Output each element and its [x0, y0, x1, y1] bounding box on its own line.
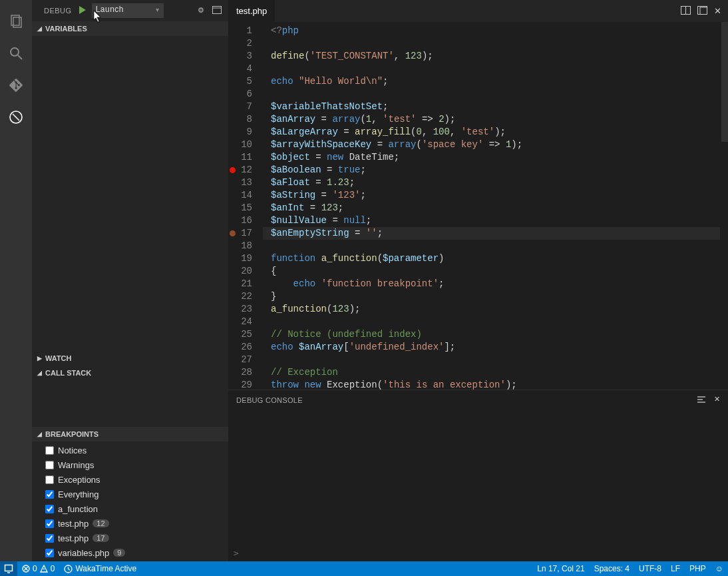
close-panel-icon[interactable]: ✕: [714, 395, 720, 406]
status-feedback-icon[interactable]: ☺: [711, 561, 728, 576]
code-line[interactable]: $variableThatsNotSet;: [263, 101, 720, 113]
code-line[interactable]: <?php: [263, 25, 720, 37]
status-eol[interactable]: LF: [666, 561, 685, 576]
explorer-icon[interactable]: [0, 5, 32, 37]
line-number[interactable]: 27: [228, 354, 263, 366]
status-language[interactable]: PHP: [685, 561, 711, 576]
debug-settings-icon[interactable]: ⚙: [198, 6, 205, 15]
clear-console-icon[interactable]: [697, 395, 706, 406]
code-line[interactable]: $anInt = 123;: [263, 202, 720, 214]
debug-console-input[interactable]: >: [228, 544, 728, 561]
breakpoint-checkbox[interactable]: [45, 519, 54, 528]
code-line[interactable]: }: [263, 290, 720, 303]
line-number[interactable]: 4: [228, 63, 263, 75]
line-number[interactable]: 8: [228, 113, 263, 126]
code-line[interactable]: $object = new DateTime;: [263, 151, 720, 164]
breakpoint-checkbox[interactable]: [45, 549, 54, 557]
breakpoint-dot-icon[interactable]: [230, 230, 236, 236]
breakpoint-item[interactable]: Notices: [32, 443, 228, 457]
callstack-section-header[interactable]: ◢ CALL STACK: [32, 366, 228, 380]
line-number[interactable]: 7: [228, 101, 263, 113]
breakpoint-dot-icon[interactable]: [230, 167, 236, 173]
code-line[interactable]: function a_function($parameter): [263, 252, 720, 265]
git-icon[interactable]: [0, 69, 32, 101]
line-number[interactable]: 28: [228, 366, 263, 379]
breakpoint-checkbox[interactable]: [45, 461, 54, 469]
breakpoint-checkbox[interactable]: [45, 490, 54, 499]
line-number[interactable]: 18: [228, 240, 263, 252]
line-number[interactable]: 29: [228, 379, 263, 390]
code-line[interactable]: [263, 354, 720, 366]
code-line[interactable]: $aFloat = 1.23;: [263, 176, 720, 189]
line-number[interactable]: 19: [228, 252, 263, 265]
minimap-viewport[interactable]: [721, 22, 728, 142]
code-line[interactable]: [263, 37, 720, 50]
status-encoding[interactable]: UTF-8: [634, 561, 666, 576]
code-line[interactable]: $aString = '123';: [263, 189, 720, 202]
line-number[interactable]: 6: [228, 88, 263, 101]
breakpoint-checkbox[interactable]: [45, 475, 54, 484]
breakpoint-item[interactable]: Everything: [32, 487, 228, 501]
code-line[interactable]: // Notice (undefined index): [263, 328, 720, 341]
variables-section-header[interactable]: ◢ VARIABLES: [32, 21, 228, 36]
line-number[interactable]: 26: [228, 341, 263, 354]
line-gutter[interactable]: 1234567891011121314151617181920212223242…: [228, 22, 263, 390]
code-content[interactable]: <?php define('TEST_CONSTANT', 123); echo…: [263, 22, 720, 390]
start-debug-button[interactable]: [79, 5, 88, 16]
search-icon[interactable]: [0, 37, 32, 69]
line-number[interactable]: 3: [228, 50, 263, 63]
code-line[interactable]: [263, 240, 720, 252]
breakpoint-item[interactable]: variables.php9: [32, 545, 228, 560]
code-line[interactable]: define('TEST_CONSTANT', 123);: [263, 50, 720, 63]
split-editor-icon[interactable]: [681, 6, 691, 17]
breakpoint-item[interactable]: Warnings: [32, 457, 228, 472]
line-number[interactable]: 23: [228, 303, 263, 316]
line-number[interactable]: 12: [228, 164, 263, 176]
line-number[interactable]: 14: [228, 189, 263, 202]
code-line[interactable]: throw new Exception('this is an exceptio…: [263, 379, 720, 390]
code-line[interactable]: $anEmptyString = '';: [263, 227, 720, 240]
code-line[interactable]: echo 'function breakpoint';: [263, 278, 720, 290]
watch-section-header[interactable]: ▶ WATCH: [32, 351, 228, 366]
code-line[interactable]: [263, 88, 720, 101]
code-line[interactable]: $aLargeArray = array_fill(0, 100, 'test'…: [263, 126, 720, 139]
tab-test-php[interactable]: test.php: [228, 0, 275, 22]
debug-console-toggle-icon[interactable]: [212, 6, 222, 15]
breakpoint-item[interactable]: Exceptions: [32, 472, 228, 487]
line-number[interactable]: 1: [228, 25, 263, 37]
launch-config-select[interactable]: Launch: [92, 3, 164, 18]
breakpoints-section-header[interactable]: ◢ BREAKPOINTS: [32, 427, 228, 441]
breakpoint-checkbox[interactable]: [45, 505, 54, 513]
status-remote-icon[interactable]: [0, 561, 17, 576]
line-number[interactable]: 24: [228, 316, 263, 328]
close-icon[interactable]: ✕: [714, 6, 721, 17]
line-number[interactable]: 25: [228, 328, 263, 341]
line-number[interactable]: 9: [228, 126, 263, 139]
breakpoint-item[interactable]: test.php12: [32, 516, 228, 531]
line-number[interactable]: 21: [228, 278, 263, 290]
line-number[interactable]: 13: [228, 176, 263, 189]
code-line[interactable]: $anArray = array(1, 'test' => 2);: [263, 113, 720, 126]
code-line[interactable]: [263, 63, 720, 75]
editor-body[interactable]: 1234567891011121314151617181920212223242…: [228, 22, 728, 390]
breakpoint-checkbox[interactable]: [45, 446, 54, 455]
line-number[interactable]: 17: [228, 227, 263, 240]
code-line[interactable]: // Exception: [263, 366, 720, 379]
code-line[interactable]: $nullValue = null;: [263, 214, 720, 227]
line-number[interactable]: 2: [228, 37, 263, 50]
status-spaces[interactable]: Spaces: 4: [590, 561, 634, 576]
line-number[interactable]: 10: [228, 139, 263, 151]
code-line[interactable]: echo $anArray['undefined_index'];: [263, 341, 720, 354]
code-line[interactable]: a_function(123);: [263, 303, 720, 316]
code-line[interactable]: $arrayWithSpaceKey = array('space key' =…: [263, 139, 720, 151]
debug-icon[interactable]: [0, 101, 32, 133]
breakpoint-checkbox[interactable]: [45, 534, 54, 543]
status-wakatime[interactable]: WakaTime Active: [59, 561, 141, 576]
line-number[interactable]: 20: [228, 265, 263, 278]
line-number[interactable]: 11: [228, 151, 263, 164]
minimap-scrollbar[interactable]: [720, 22, 728, 390]
more-actions-icon[interactable]: [697, 6, 707, 17]
code-line[interactable]: [263, 316, 720, 328]
code-line[interactable]: $aBoolean = true;: [263, 164, 720, 176]
status-ln-col[interactable]: Ln 17, Col 21: [532, 561, 589, 576]
